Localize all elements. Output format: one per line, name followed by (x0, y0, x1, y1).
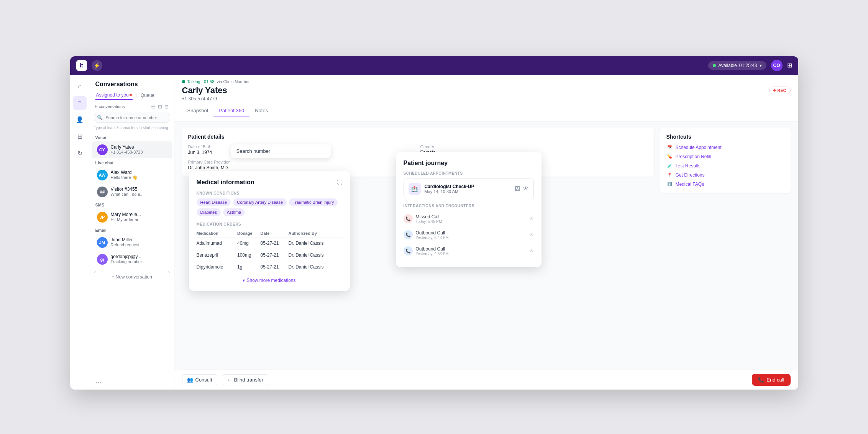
shortcut-directions[interactable]: 📍 Get Directions (666, 172, 784, 178)
nav-home[interactable]: ⌂ (73, 79, 87, 93)
patient-name: Carly Yates (182, 85, 250, 95)
tab-snapshot[interactable]: Snapshot (182, 105, 214, 116)
right-column: Shortcuts 📅 Schedule Appointment 💊 Presc… (660, 128, 791, 364)
conv-name: Alex Ward (111, 170, 167, 175)
appointment-name: Cardiologist Check-UP (425, 184, 510, 189)
via-label: via Clinic Number (217, 79, 249, 84)
conv-info: John Miller Refund request... (111, 237, 167, 247)
condition-tag: Heart Disease (197, 198, 231, 206)
shortcut-schedule[interactable]: 📅 Schedule Appointment (666, 144, 784, 151)
top-bar: it ⚡ Available 01:25:43 ▾ CO ⊞ (70, 56, 798, 75)
blind-transfer-button[interactable]: ↔ Blind transfer (222, 374, 269, 385)
table-row: Dipyridamole 1g 05-27-21 Dr. Daniel Cass… (197, 261, 342, 273)
talking-label: Talking · 01:58 (187, 79, 215, 84)
left-nav: ⌂ ≡ 👤 ⊞ ↻ (70, 75, 90, 390)
shortcut-test-results[interactable]: 🧪 Test Results (666, 163, 784, 169)
medical-info-title: Medical information (197, 179, 254, 186)
status-indicator[interactable]: Available 01:25:43 ▾ (708, 61, 766, 70)
missed-call-icon: 📞 (404, 214, 413, 223)
new-conversation-button[interactable]: + New conversation (94, 271, 170, 283)
outbound-call-icon: 📞 (404, 230, 413, 239)
status-label: Available (718, 63, 737, 68)
list-item[interactable]: JP Mary Morelle... Hi! My order ar... (92, 209, 172, 226)
search-hint: Type at least 3 characters to start sear… (90, 126, 174, 133)
tab-patient360[interactable]: Patient 360 (213, 105, 249, 116)
view-icon[interactable]: 👁 (529, 232, 534, 237)
view-icon[interactable]: 👁 (529, 248, 534, 254)
list-item[interactable]: AW Alex Ward Hello there 👋 (92, 167, 172, 183)
action-bar: 👥 Consult ↔ Blind transfer 📞 End call (174, 370, 798, 390)
prescription-icon: 💊 (666, 154, 673, 160)
tab-assigned-to-you[interactable]: Assigned to you (95, 91, 133, 100)
section-email: Email (90, 226, 174, 234)
conv-preview: Hi! My order ar... (111, 217, 167, 222)
interaction-time: Today, 5:45 PM (416, 219, 526, 224)
interaction-time: Yesterday, 5:43 PM (416, 236, 526, 240)
user-avatar[interactable]: CO (771, 60, 783, 71)
section-sms: SMS (90, 200, 174, 209)
nav-settings[interactable]: ↻ (73, 147, 87, 160)
appointment-icon: 🏥 (409, 183, 421, 195)
list-item[interactable]: CY Carly Yates +1 814-458-3728 (92, 141, 172, 158)
list-item[interactable]: gj gordonjcp@y... Tracking number... (92, 251, 172, 268)
patient-header: Talking · 01:58 via Clinic Number Carly … (174, 75, 798, 121)
avatar: JM (97, 237, 108, 248)
conv-name: Visitor #3455 (111, 187, 167, 192)
interaction-name: Outbound Call (416, 230, 526, 236)
appointment-info: Cardiologist Check-UP May 14, 10:30 AM (425, 184, 510, 194)
talking-badge: Talking · 01:58 via Clinic Number (182, 79, 250, 84)
status-dot (713, 64, 716, 67)
med-dosage: 40mg (237, 237, 260, 249)
calendar-icon: 📅 (666, 144, 673, 151)
expand-icon[interactable]: ⛶ (337, 179, 342, 185)
avatar: gj (97, 254, 108, 265)
tab-notes[interactable]: Notes (249, 105, 273, 116)
conv-info: Mary Morelle... Hi! My order ar... (111, 212, 167, 222)
col-authorized-by: Authorized By (289, 229, 342, 237)
consult-button[interactable]: 👥 Consult (182, 374, 217, 385)
avatar: AW (97, 170, 108, 180)
image-icon[interactable]: 🖼 (514, 185, 520, 192)
view-icon[interactable]: 👁 (523, 185, 529, 192)
med-date: 05-27-21 (260, 237, 288, 249)
shortcut-faqs[interactable]: ℹ️ Medical FAQs (666, 181, 784, 187)
conv-preview: Tracking number... (111, 259, 167, 264)
outbound-call-icon: 📞 (404, 246, 413, 255)
grid-view-icon[interactable]: ⊞ (158, 104, 162, 110)
list-item[interactable]: JM John Miller Refund request... (92, 234, 172, 251)
shortcut-prescription[interactable]: 💊 Prescription Refill (666, 154, 784, 160)
conv-info: gordonjcp@y... Tracking number... (111, 254, 167, 264)
interaction-item: 📞 Missed Call Today, 5:45 PM 👁 (404, 211, 534, 227)
consult-icon: 👥 (187, 377, 193, 383)
conv-preview: +1 814-458-3728 (111, 150, 167, 154)
shortcuts-card: Shortcuts 📅 Schedule Appointment 💊 Presc… (660, 128, 791, 193)
nav-analytics[interactable]: ⊞ (73, 130, 87, 144)
table-row: Adalimumad 40mg 05-27-21 Dr. Daniel Cass… (197, 237, 342, 249)
end-call-button[interactable]: 📞 End call (752, 374, 790, 386)
list-item[interactable]: V# Visitor #3455 What can I do a... (92, 183, 172, 200)
avatar: CY (97, 144, 108, 155)
filter-icon[interactable]: ⊟ (164, 104, 169, 110)
shortcuts-title: Shortcuts (666, 134, 784, 140)
search-box: 🔍 (94, 113, 170, 123)
medical-info-card: Medical information ⛶ KNOWN CONDITIONS H… (189, 171, 350, 291)
appointment-date: May 14, 10:30 AM (425, 189, 510, 194)
interaction-item: 📞 Outbound Call Yesterday, 4:53 PM 👁 (404, 243, 534, 259)
appointment-item: 🏥 Cardiologist Check-UP May 14, 10:30 AM… (404, 179, 534, 199)
more-options-icon[interactable]: ⋯ (90, 375, 174, 390)
nav-contacts[interactable]: 👤 (73, 113, 87, 127)
condition-tag: Traumatic Brain Injury (289, 198, 338, 206)
col-medication: Medication (197, 229, 238, 237)
patient-details-title: Patient details (188, 134, 648, 140)
conversations-count: 6 conversations ☰ ⊞ ⊟ (90, 102, 174, 111)
view-icon[interactable]: 👁 (529, 216, 534, 221)
tab-queue[interactable]: Queue (140, 91, 155, 100)
search-input[interactable] (94, 113, 170, 123)
med-date: 05-27-21 (260, 249, 288, 261)
list-view-icon[interactable]: ☰ (151, 104, 156, 110)
nav-conversations[interactable]: ≡ (73, 96, 87, 110)
show-more-medications[interactable]: ▾ Show more medications (197, 273, 342, 283)
medical-info-header: Medical information ⛶ (197, 179, 342, 186)
grid-icon[interactable]: ⊞ (787, 62, 792, 69)
notification-icon[interactable]: ⚡ (92, 60, 102, 71)
